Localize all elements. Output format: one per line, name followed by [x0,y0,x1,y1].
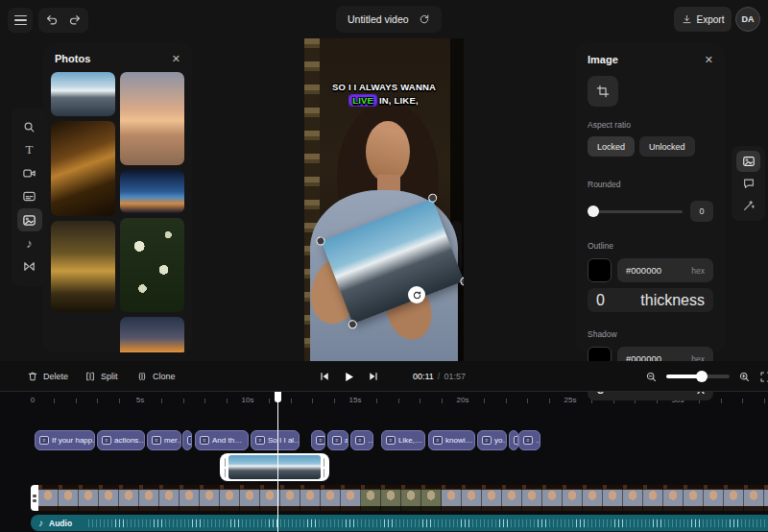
aspect-ratio-label: Aspect ratio [588,120,713,130]
caption-layer[interactable]: SO I I ALWAYS WANNA LIVE IN, LIKE, [304,81,464,108]
subtitle-clip[interactable]: ≡actions… [97,430,145,450]
subtitle-clip[interactable]: ≡mer… [147,430,181,450]
subtitle-clip[interactable]: ≡ [509,430,518,450]
rounded-slider-thumb[interactable] [588,206,599,217]
play-button[interactable] [343,371,355,383]
avatar[interactable]: DA [735,7,760,32]
subtitle-clip[interactable]: ≡… [350,430,373,450]
filmstrip-frame [482,485,502,511]
subtitle-clip[interactable]: ≡a… [327,430,348,450]
aspect-locked-button[interactable]: Locked [588,136,635,157]
zoom-in-icon[interactable] [738,371,751,383]
rotate-handle[interactable] [408,286,425,303]
filmstrip-frame [421,485,442,511]
filmstrip-frame [401,485,421,511]
sidebar-item-search[interactable] [17,115,42,138]
sidebar-item-subtitles[interactable] [17,185,42,208]
outline-color-swatch[interactable] [588,258,612,282]
skip-forward-icon[interactable] [368,371,379,382]
photos-panel-title: Photos [55,53,90,64]
rail-item-comments[interactable] [736,173,760,194]
skip-back-icon[interactable] [319,371,330,382]
filmstrip-frame [159,485,180,511]
image-clip-thumbnail [228,455,259,479]
rounded-slider[interactable] [588,210,683,213]
rounded-value[interactable]: 0 [690,201,713,222]
video-preview[interactable]: SO I I ALWAYS WANNA LIVE IN, LIKE, [304,38,464,361]
subtitle-clip[interactable]: ≡If your happ… [35,430,95,450]
audio-track[interactable]: ♪ Audio [31,515,768,531]
undo-icon[interactable] [45,13,59,27]
photo-white-flowers[interactable] [120,218,184,312]
photo-beach-sunset[interactable] [120,72,184,165]
video-filmstrip[interactable] [38,485,768,511]
subtitle-clip[interactable]: ≡… [518,430,540,450]
playhead-handle[interactable] [275,392,281,402]
subtitle-clip[interactable]: ≡… [311,430,325,450]
video-editor-app: Untitled video Export DA T ♪ Photos ✕ [0,0,768,532]
zoom-slider[interactable] [666,375,730,378]
subtitle-clip-icon: ≡ [39,436,49,445]
zoom-out-icon[interactable] [645,371,658,383]
crop-button[interactable] [588,76,618,107]
sidebar-item-media[interactable] [17,162,42,185]
project-title[interactable]: Untitled video [336,6,442,33]
rounded-label: Rounded [588,180,713,189]
ruler-tick [204,399,205,403]
ruler-tick [183,399,184,403]
subtitle-clip[interactable]: ≡And th… [195,430,249,450]
outline-thickness-input[interactable]: 0 thickness [588,288,713,312]
crop-icon [596,85,610,98]
ruler-tick [506,399,507,403]
subtitle-clip[interactable]: ≡Like,… [381,430,425,450]
ruler-tick [420,399,420,403]
close-image-panel-icon[interactable]: ✕ [705,55,713,65]
subtitle-clip[interactable]: ≡ [182,430,192,450]
ruler-label: 15s [349,396,362,404]
aspect-unlocked-button[interactable]: Unlocked [639,136,695,157]
fit-screen-icon[interactable] [759,371,768,383]
delete-label: Delete [43,372,68,381]
playhead[interactable] [275,392,281,532]
ruler-label: 5s [136,396,144,404]
ruler-tick [549,399,550,403]
image-clip-right-trim[interactable] [321,455,327,479]
photo-palms-dusk[interactable] [120,170,184,213]
ruler-tick [269,399,270,403]
rail-item-magic[interactable] [736,195,760,216]
zoom-slider-thumb[interactable] [696,371,708,382]
photo-autumn-waterfall[interactable] [51,121,115,216]
close-photos-icon[interactable]: ✕ [172,54,180,64]
subtitle-clip[interactable]: ≡knowi… [428,430,475,450]
subtitle-clip-label: And th… [212,436,242,445]
ruler-tick [742,399,743,403]
sidebar-item-images[interactable] [17,208,42,231]
ruler-tick [119,399,120,403]
delete-button[interactable]: Delete [27,361,68,392]
context-rail [732,146,765,221]
redo-icon[interactable] [68,13,82,27]
export-button[interactable]: Export [674,7,732,32]
filmstrip-frame [99,485,119,511]
ruler-tick [376,399,377,403]
photo-snowy-mountain[interactable] [51,72,115,116]
video-clip-left-trim[interactable] [31,485,38,511]
menu-button[interactable] [8,8,33,33]
ruler-tick [227,399,228,403]
subtitle-clip[interactable]: ≡yo… [477,430,507,450]
sidebar-item-audio[interactable]: ♪ [17,232,42,255]
sidebar-item-text[interactable]: T [17,138,42,161]
filmstrip-frame [119,485,139,511]
clone-button[interactable]: Clone [136,361,176,392]
outline-hex-input[interactable]: #000000 hex [617,258,713,282]
photo-golden-cathedral[interactable] [51,221,115,312]
sidebar-item-transitions[interactable] [17,255,42,278]
split-button[interactable]: Split [84,361,118,392]
rail-item-image[interactable] [736,151,760,172]
photo-tree-sunset[interactable] [120,317,184,352]
image-clip-left-trim[interactable] [222,455,228,479]
total-time: 01:57 [444,372,466,381]
timeline[interactable]: 05s10s15s20s25s30s ≡If your happ…≡action… [0,392,768,532]
text-icon: T [26,142,34,157]
outline-hex-suffix: hex [691,266,705,276]
